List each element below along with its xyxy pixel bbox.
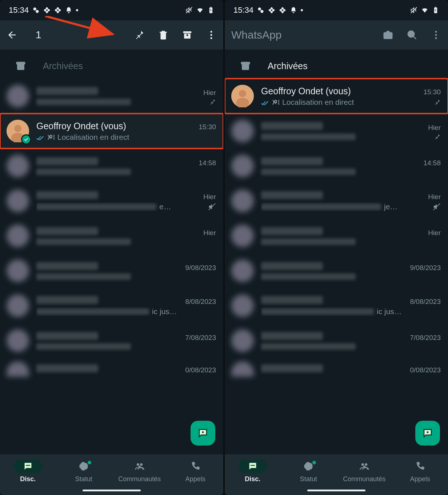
main-app-bar: WhatsApp bbox=[225, 20, 448, 50]
delete-icon[interactable] bbox=[158, 29, 169, 40]
home-indicator bbox=[307, 490, 365, 491]
avatar bbox=[7, 329, 29, 352]
svg-point-16 bbox=[50, 135, 51, 136]
wifi-icon bbox=[421, 7, 428, 14]
avatar bbox=[7, 190, 29, 212]
chat-row[interactable]: 0/08/2023 bbox=[225, 358, 448, 380]
new-chat-fab[interactable] bbox=[415, 421, 440, 446]
chat-row[interactable]: Hier bbox=[225, 114, 448, 148]
nav-communities[interactable]: Communautés bbox=[114, 459, 165, 483]
phone-left: 15:34 1 Archivées bbox=[0, 0, 223, 495]
fan-icon bbox=[43, 7, 51, 14]
svg-point-14 bbox=[14, 125, 21, 132]
chat-row[interactable]: 8/08/2023 ic jus… bbox=[0, 288, 223, 323]
archived-row[interactable]: Archivées bbox=[225, 53, 448, 79]
svg-point-32 bbox=[435, 31, 437, 33]
mute-icon bbox=[433, 203, 441, 211]
more-icon[interactable] bbox=[431, 29, 441, 40]
svg-point-8 bbox=[211, 31, 212, 33]
chat-list: Archivées Geoffroy Ondet (vous) 15:30 Lo… bbox=[225, 50, 448, 380]
avatar bbox=[7, 120, 29, 142]
svg-point-31 bbox=[408, 31, 415, 37]
avatar bbox=[231, 155, 254, 177]
svg-point-25 bbox=[260, 10, 263, 13]
svg-rect-11 bbox=[17, 62, 25, 64]
nav-status[interactable]: Statut bbox=[58, 459, 109, 483]
archive-icon[interactable] bbox=[182, 29, 193, 40]
status-app-icon bbox=[257, 7, 264, 14]
battery-icon bbox=[432, 7, 439, 14]
svg-point-38 bbox=[239, 90, 246, 97]
chat-row[interactable]: 14:58 bbox=[0, 148, 223, 183]
read-ticks-icon bbox=[261, 99, 269, 105]
avatar bbox=[7, 294, 29, 317]
svg-point-34 bbox=[435, 37, 437, 39]
chat-row[interactable]: Hier je… bbox=[225, 183, 448, 218]
svg-rect-6 bbox=[210, 7, 211, 8]
phone-icon bbox=[181, 459, 209, 473]
avatar bbox=[231, 361, 254, 377]
pin-icon bbox=[433, 99, 441, 106]
wifi-icon bbox=[196, 7, 204, 14]
phone-right: 15:34 WhatsApp Archivées bbox=[225, 0, 448, 495]
svg-rect-42 bbox=[251, 465, 255, 466]
chat-row[interactable]: 7/08/2023 bbox=[225, 323, 448, 358]
avatar bbox=[7, 225, 29, 247]
chat-time: 15:30 bbox=[199, 123, 216, 131]
avatar bbox=[231, 120, 254, 142]
chat-row-highlighted[interactable]: Geoffroy Ondet (vous) 15:30 Localisation… bbox=[225, 79, 448, 114]
svg-point-46 bbox=[365, 463, 367, 466]
archive-box-icon bbox=[240, 60, 251, 71]
nav-calls[interactable]: Appels bbox=[170, 459, 221, 483]
search-icon[interactable] bbox=[407, 29, 417, 40]
chat-row[interactable]: 8/08/2023 ic jus… bbox=[225, 288, 448, 323]
avatar bbox=[231, 225, 254, 247]
selection-app-bar: 1 bbox=[0, 20, 223, 50]
chat-row[interactable]: 9/08/2023 bbox=[0, 253, 223, 288]
communities-icon bbox=[350, 459, 379, 473]
bell-icon bbox=[65, 7, 72, 14]
home-indicator bbox=[83, 490, 141, 491]
chat-row[interactable]: Hier e… bbox=[0, 183, 223, 218]
location-live-icon bbox=[272, 99, 279, 106]
svg-point-20 bbox=[82, 464, 85, 468]
status-dot bbox=[76, 9, 78, 11]
chat-row-highlighted[interactable]: Geoffroy Ondet (vous) 15:30 Localisation… bbox=[0, 114, 223, 148]
chat-row[interactable]: Hier bbox=[225, 218, 448, 253]
chat-row[interactable]: Hier bbox=[0, 79, 223, 114]
status-icon bbox=[294, 459, 323, 473]
nav-chats[interactable]: Disc. bbox=[227, 459, 278, 483]
svg-point-10 bbox=[211, 37, 212, 39]
nav-calls[interactable]: Appels bbox=[395, 459, 445, 483]
chat-row[interactable]: 14:58 bbox=[225, 148, 448, 183]
camera-icon[interactable] bbox=[383, 29, 393, 40]
nav-chats[interactable]: Disc. bbox=[3, 459, 53, 483]
svg-point-2 bbox=[33, 8, 36, 11]
archive-box-icon bbox=[15, 60, 26, 71]
avatar bbox=[231, 85, 254, 107]
chat-row[interactable]: Hier bbox=[0, 218, 223, 253]
status-bar: 15:34 bbox=[225, 0, 448, 20]
chat-icon bbox=[239, 459, 267, 473]
archived-row[interactable]: Archivées bbox=[0, 53, 223, 79]
new-chat-fab[interactable] bbox=[191, 421, 215, 446]
svg-point-45 bbox=[361, 463, 364, 466]
status-time: 15:34 bbox=[233, 5, 253, 15]
chat-row[interactable]: 0/08/2023 bbox=[0, 358, 223, 380]
location-live-icon bbox=[47, 134, 55, 141]
chat-row[interactable]: 9/08/2023 bbox=[225, 253, 448, 288]
pin-icon bbox=[209, 98, 216, 106]
phone-icon bbox=[406, 459, 434, 473]
fan-icon bbox=[54, 7, 61, 14]
svg-point-22 bbox=[140, 463, 143, 466]
svg-rect-18 bbox=[26, 465, 30, 466]
chat-row[interactable]: 7/08/2023 bbox=[0, 323, 223, 358]
nav-status[interactable]: Statut bbox=[283, 459, 334, 483]
pin-icon[interactable] bbox=[134, 29, 145, 40]
fan-icon bbox=[268, 7, 275, 14]
back-icon[interactable] bbox=[7, 29, 17, 40]
svg-point-9 bbox=[211, 34, 212, 36]
more-icon[interactable] bbox=[206, 29, 217, 40]
avatar bbox=[231, 190, 254, 212]
nav-communities[interactable]: Communautés bbox=[339, 459, 390, 483]
